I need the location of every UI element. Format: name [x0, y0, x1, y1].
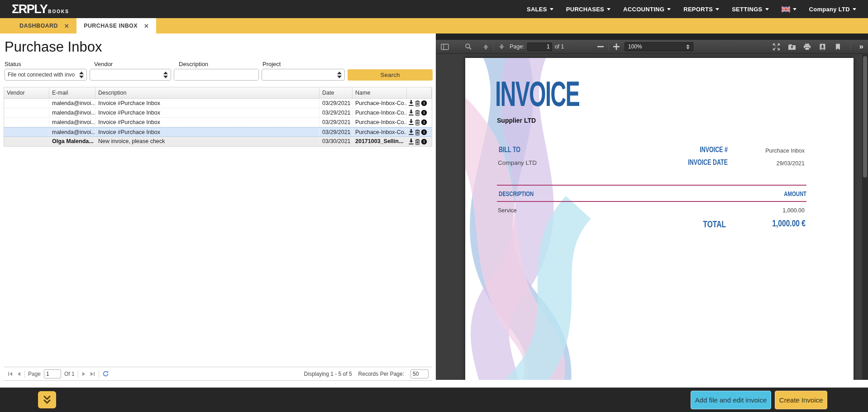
close-icon[interactable]: ✕ [64, 23, 69, 29]
column-header-vendor[interactable]: Vendor [4, 87, 49, 98]
close-icon[interactable]: ✕ [144, 23, 149, 29]
next-arrow-icon[interactable] [496, 41, 507, 52]
cell-description: Invoice #Purchace Inbox [95, 118, 320, 127]
trash-icon[interactable] [415, 110, 420, 116]
table-header: Vendor E-mail Description Date Name [4, 87, 432, 99]
menu-purchases[interactable]: PURCHASES [566, 6, 610, 13]
sidebar-toggle-icon[interactable] [439, 41, 450, 52]
cell-actions: ! [407, 118, 432, 127]
cell-email: malenda@invoi... [49, 99, 95, 108]
previous-arrow-icon[interactable] [480, 41, 491, 52]
table-row[interactable]: malenda@invoi... Invoice #Purchace Inbox… [4, 118, 432, 127]
table-row[interactable]: malenda@invoi... Invoice #Purchace Inbox… [4, 99, 432, 108]
download-icon[interactable] [408, 110, 414, 116]
download-icon[interactable] [408, 100, 414, 106]
pdf-page-label: Page: [510, 43, 525, 50]
trash-icon[interactable] [415, 100, 420, 106]
download-icon[interactable] [408, 119, 414, 125]
trash-icon[interactable] [415, 139, 420, 145]
alert-icon[interactable]: ! [421, 129, 427, 135]
cell-vendor [4, 128, 49, 136]
print-icon[interactable] [802, 41, 813, 52]
page-of-label: Of 1 [64, 371, 75, 377]
cell-vendor [4, 108, 49, 117]
expand-panel-button[interactable] [38, 391, 56, 408]
svg-text:!: ! [423, 101, 424, 105]
svg-text:!: ! [423, 129, 424, 134]
menu-language[interactable] [782, 6, 796, 12]
cell-email: malenda@invoi... [49, 128, 95, 136]
search-icon[interactable] [463, 41, 474, 52]
alert-icon[interactable]: ! [421, 139, 427, 145]
first-page-icon[interactable] [7, 371, 13, 377]
spinner-icon [335, 72, 343, 78]
cell-email: malenda@invoi... [49, 108, 95, 117]
pdf-scrollbar[interactable] [862, 54, 868, 380]
cell-vendor [4, 99, 49, 108]
menu-sales[interactable]: SALES [527, 6, 553, 13]
pagination-bar: Page Of 1 Displaying 1 - 5 of 5 Records … [4, 367, 432, 381]
refresh-icon[interactable] [102, 370, 109, 377]
column-header-date[interactable]: Date [320, 87, 353, 98]
project-select[interactable] [262, 69, 345, 81]
column-header-email[interactable]: E-mail [49, 87, 95, 98]
table-row[interactable]: malenda@invoi... Invoice #Purchace Inbox… [4, 127, 432, 137]
scrollbar-thumb[interactable] [863, 56, 867, 177]
add-file-and-edit-invoice-button[interactable]: Add file and edit invoice [691, 391, 771, 409]
alert-icon[interactable]: ! [421, 110, 427, 116]
tab-purchase-inbox[interactable]: PURCHASE INBOX ✕ [76, 18, 156, 34]
trash-icon[interactable] [415, 119, 420, 125]
menu-reports[interactable]: REPORTS [683, 6, 719, 13]
divider [497, 201, 806, 202]
cell-actions: ! [407, 108, 432, 117]
status-select[interactable]: File not connected with invo [5, 69, 87, 81]
presentation-mode-icon[interactable] [771, 41, 782, 52]
prev-page-icon[interactable] [16, 371, 21, 377]
zoom-select[interactable]: 100% [625, 42, 693, 51]
vendor-select[interactable] [90, 69, 171, 81]
menu-settings[interactable]: SETTINGS [732, 6, 768, 13]
caret-down-icon [550, 8, 553, 10]
divider [493, 43, 494, 51]
next-page-icon[interactable] [81, 371, 86, 377]
cell-date: 03/29/2021 [320, 108, 353, 117]
zoom-out-icon[interactable] [595, 41, 606, 52]
table-row[interactable]: malenda@invoi... Invoice #Purchace Inbox… [4, 108, 432, 118]
cell-actions: ! [407, 99, 432, 108]
column-header-name[interactable]: Name [353, 87, 407, 98]
page-label: Page [28, 371, 41, 377]
cell-actions: ! [407, 137, 432, 146]
menu-accounting[interactable]: ACCOUNTING [623, 6, 671, 13]
open-file-icon[interactable] [787, 41, 797, 52]
cell-name: Purchace-Inbox-Co... [353, 118, 407, 127]
more-tools-icon[interactable]: » [858, 42, 865, 51]
alert-icon[interactable]: ! [421, 100, 427, 106]
download-icon[interactable] [408, 139, 414, 145]
invoice-number-value: Purchace Inbox [719, 148, 805, 154]
bookmark-icon[interactable] [833, 41, 844, 52]
pdf-page-input[interactable] [527, 43, 552, 51]
menu-company[interactable]: Company LTD [809, 6, 856, 13]
download-icon[interactable] [817, 41, 828, 52]
page-number-input[interactable] [44, 369, 61, 378]
table-row[interactable]: Olga Malenda... New invoice, please chec… [4, 137, 432, 146]
trash-icon[interactable] [415, 129, 420, 135]
download-icon[interactable] [408, 129, 414, 135]
column-header-description[interactable]: Description [95, 87, 320, 98]
zoom-in-icon[interactable] [611, 41, 622, 52]
search-button[interactable]: Search [348, 69, 433, 81]
cell-name: Purchace-Inbox-Co... [353, 99, 407, 108]
records-per-page-input[interactable] [410, 369, 429, 378]
erply-books-logo[interactable]: ΣRPLY BOOKS [12, 2, 69, 16]
pdf-content-area[interactable]: INVOICE Supplier LTD BILL TO Company LTD… [436, 54, 862, 380]
create-invoice-button[interactable]: Create Invoice [775, 391, 827, 409]
tab-bar: DASHBOARD ✕ PURCHASE INBOX ✕ [0, 18, 868, 34]
tab-dashboard[interactable]: DASHBOARD ✕ [12, 18, 76, 34]
divider [850, 43, 851, 51]
project-label: Project [262, 61, 281, 67]
description-input[interactable] [174, 69, 258, 80]
cell-email: malenda@invoi... [49, 118, 95, 127]
double-chevron-down-icon [41, 394, 53, 405]
alert-icon[interactable]: ! [421, 119, 427, 125]
last-page-icon[interactable] [90, 371, 95, 377]
